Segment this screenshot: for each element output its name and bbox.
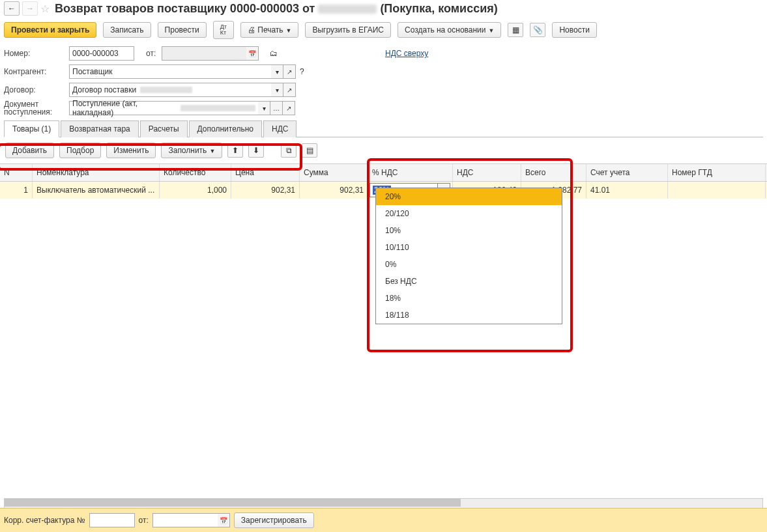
create-based-button[interactable]: Создать на основании▼: [398, 22, 501, 38]
fill-button[interactable]: Заполнить▼: [161, 143, 222, 158]
indoc-more[interactable]: …: [270, 101, 283, 115]
tab-goods[interactable]: Товары (1): [4, 120, 59, 137]
attach-button[interactable]: 📎: [530, 23, 545, 37]
cell-acc[interactable]: 41.01: [586, 182, 668, 199]
egais-button[interactable]: Выгрузить в ЕГАИС: [305, 22, 391, 38]
cell-sum[interactable]: 902,31: [300, 182, 368, 199]
post-button[interactable]: Провести: [158, 22, 207, 38]
vat-dropdown[interactable]: 20% 20/120 10% 10/110 0% Без НДС 18% 18/…: [375, 188, 562, 324]
move-up-icon[interactable]: ⬆: [227, 143, 243, 158]
barcode-icon[interactable]: ▤: [302, 143, 317, 158]
grid-header: N Номенклатура Количество Цена Сумма % Н…: [0, 164, 767, 182]
col-acc[interactable]: Счет учета: [586, 164, 668, 181]
tab-vat[interactable]: НДС: [263, 120, 297, 137]
write-button[interactable]: Записать: [103, 22, 151, 38]
tab-more[interactable]: Дополнительно: [189, 120, 262, 137]
contract-dropdown[interactable]: ▾: [271, 83, 283, 97]
cell-price[interactable]: 902,31: [231, 182, 300, 199]
change-button[interactable]: Изменить: [106, 143, 156, 158]
col-sum[interactable]: Сумма: [300, 164, 368, 181]
indoc-input[interactable]: Поступление (акт, накладная): [69, 101, 258, 115]
col-total[interactable]: Всего: [521, 164, 586, 181]
contractor-open-icon[interactable]: ↗: [283, 64, 296, 79]
col-qty[interactable]: Количество: [160, 164, 231, 181]
favorite-icon[interactable]: ☆: [40, 3, 50, 15]
cell-gtd[interactable]: [668, 182, 766, 199]
col-gtd[interactable]: Номер ГТД: [668, 164, 766, 181]
tab-calc[interactable]: Расчеты: [140, 120, 188, 137]
contractor-dropdown[interactable]: ▾: [271, 64, 283, 79]
contract-blur: [140, 87, 192, 93]
vat-option[interactable]: 10/110: [376, 239, 562, 256]
col-vat[interactable]: НДС: [453, 164, 521, 181]
vat-option[interactable]: 18%: [376, 290, 562, 307]
page-title: Возврат товаров поставщику 0000-000003 о…: [52, 2, 500, 16]
indoc-blur: [181, 105, 255, 111]
forward-button[interactable]: →: [22, 1, 38, 16]
contract-input[interactable]: Договор поставки: [69, 83, 271, 97]
vat-option[interactable]: 18/118: [376, 307, 562, 324]
contractor-label: Контрагент:: [4, 67, 69, 76]
contract-open-icon[interactable]: ↗: [283, 83, 296, 97]
contractor-help-icon[interactable]: ?: [300, 67, 304, 76]
scrollbar-thumb[interactable]: [5, 499, 461, 507]
move-down-icon[interactable]: ⬇: [248, 143, 264, 158]
vat-mode-link[interactable]: НДС сверху: [385, 49, 428, 58]
date-input[interactable]: [162, 46, 246, 61]
cell-nom[interactable]: Выключатель автоматический ...: [33, 182, 160, 199]
vat-option[interactable]: 20%: [376, 188, 562, 205]
from-label: от:: [146, 49, 162, 58]
col-price[interactable]: Цена: [231, 164, 300, 181]
add-row-button[interactable]: Добавить: [5, 143, 54, 158]
title-prefix: Возврат товаров поставщику 0000-000003 о…: [55, 2, 315, 15]
number-input[interactable]: 0000-000003: [69, 46, 134, 61]
contractor-input[interactable]: Поставщик: [69, 64, 271, 79]
horizontal-scrollbar[interactable]: [4, 498, 763, 509]
org-icon[interactable]: 🗂: [267, 47, 281, 60]
cell-qty[interactable]: 1,000: [160, 182, 231, 199]
indoc-dropdown[interactable]: ▾: [258, 101, 270, 115]
title-date-blur: [318, 5, 377, 14]
col-nom[interactable]: Номенклатура: [33, 164, 160, 181]
tab-tare[interactable]: Возвратная тара: [61, 120, 139, 137]
col-vatp[interactable]: % НДС: [368, 164, 453, 181]
indoc-label: Документ поступления:: [4, 100, 69, 116]
structure-icon-button[interactable]: ▦: [508, 23, 523, 37]
print-button[interactable]: 🖨 Печать▼: [240, 22, 299, 38]
vat-option[interactable]: 0%: [376, 256, 562, 273]
back-button[interactable]: ←: [4, 1, 20, 16]
news-button[interactable]: Новости: [552, 22, 596, 38]
number-label: Номер:: [4, 49, 69, 58]
vat-option[interactable]: 20/120: [376, 205, 562, 222]
col-n[interactable]: N: [0, 164, 33, 181]
post-and-close-button[interactable]: Провести и закрыть: [4, 22, 96, 38]
printer-icon: 🖨: [248, 25, 255, 35]
cell-n: 1: [0, 182, 33, 199]
vat-option[interactable]: 10%: [376, 222, 562, 239]
dtkt-button[interactable]: ДтКт: [213, 21, 234, 39]
title-suffix: (Покупка, комиссия): [380, 2, 497, 15]
indoc-open-icon[interactable]: ↗: [283, 101, 295, 115]
vat-option[interactable]: Без НДС: [376, 273, 562, 290]
calendar-icon[interactable]: 📅: [246, 46, 259, 61]
pick-button[interactable]: Подбор: [59, 143, 101, 158]
copy-icon[interactable]: ⧉: [281, 143, 297, 158]
contract-label: Договор:: [4, 85, 69, 94]
